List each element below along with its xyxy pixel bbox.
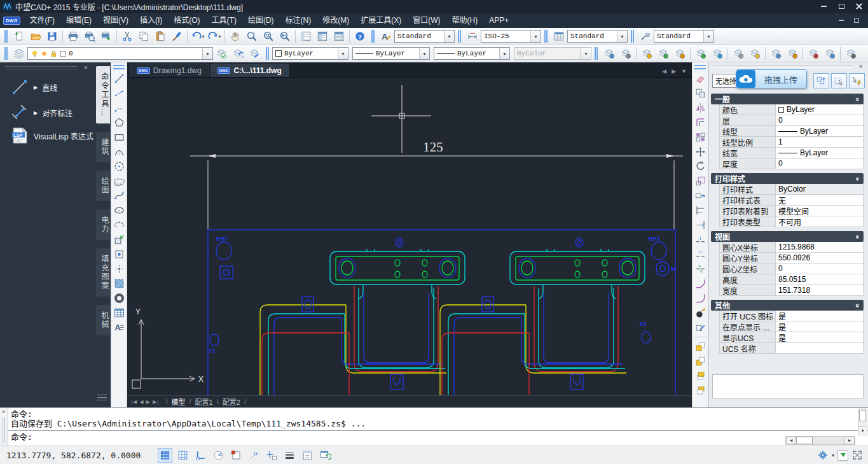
menu-item[interactable]: 格式(O) — [168, 13, 205, 28]
dropdown-arrow-icon[interactable]: ▾ — [202, 34, 204, 39]
property-value[interactable]: 550.0926 — [776, 253, 863, 263]
osnap-toggle[interactable] — [229, 448, 244, 463]
toolbar-grip[interactable] — [631, 30, 634, 43]
palette-tab-机械[interactable]: 机械 — [96, 305, 110, 335]
print-button[interactable] — [65, 29, 81, 44]
palette-grip[interactable] — [5, 66, 78, 69]
layer-tool-thaw-button[interactable] — [709, 46, 726, 61]
palette-tab-绘图[interactable]: 绘图 — [96, 171, 110, 201]
array-button[interactable] — [692, 130, 708, 144]
property-value[interactable]: 不可用 — [776, 216, 863, 227]
properties-close-icon[interactable]: × — [859, 62, 863, 70]
table-button[interactable] — [111, 306, 127, 320]
match-properties-button[interactable] — [169, 29, 185, 44]
layer-combo-arrow[interactable]: ▾ — [202, 48, 212, 59]
polar-toggle[interactable] — [211, 448, 226, 463]
collapse-chevron-icon[interactable]: » — [854, 97, 862, 101]
grid-toggle[interactable] — [176, 448, 190, 463]
minimize-button[interactable] — [815, 1, 832, 12]
lineweight-combo[interactable]: ByLayer▾ — [434, 47, 510, 60]
tab-scroll-right-icon[interactable]: ▶ — [672, 68, 676, 74]
property-value[interactable]: 1215.9868 — [776, 242, 863, 252]
help-button[interactable]: ? — [352, 29, 368, 44]
text-style-combo-arrow[interactable]: ▾ — [444, 31, 454, 42]
eprint-button[interactable] — [98, 29, 114, 44]
layer-states-button[interactable] — [213, 46, 230, 61]
layer-tool-vpthaw-button[interactable] — [784, 46, 801, 61]
draworder-back-button[interactable] — [692, 354, 708, 369]
table-style-button[interactable] — [551, 29, 567, 44]
arc-button[interactable] — [111, 144, 127, 159]
donut-button[interactable] — [111, 291, 127, 306]
property-value[interactable]: 85.0515 — [776, 274, 863, 285]
layer-tool-edit-button[interactable] — [617, 46, 634, 61]
otrack-toggle[interactable] — [247, 448, 261, 463]
property-value[interactable]: ByLayer — [776, 126, 863, 136]
property-value[interactable]: 0 — [776, 158, 863, 169]
layer-manager-button[interactable] — [11, 46, 27, 61]
toolbar-grip[interactable] — [113, 65, 125, 69]
plotstyle-combo-arrow[interactable]: ▾ — [581, 48, 591, 59]
quick-select-button[interactable] — [813, 73, 829, 88]
construction-line-button[interactable] — [111, 86, 127, 101]
scroll-left-icon[interactable]: ◀ — [786, 437, 796, 444]
ellipse-button[interactable] — [111, 203, 127, 218]
mleader-style-button[interactable] — [637, 29, 654, 44]
palette-item-3[interactable]: LSPNETVisualLisp 表达式 — [10, 126, 93, 145]
line-button[interactable] — [111, 71, 127, 86]
toolbar-grip[interactable] — [458, 30, 461, 43]
draworder-above-button[interactable] — [692, 369, 708, 383]
dim-style-combo[interactable]: ISO-25▾ — [481, 30, 541, 43]
table-style-combo-arrow[interactable]: ▾ — [617, 31, 627, 42]
command-vscrollbar[interactable]: ▼ — [858, 409, 867, 435]
fullscreen-icon[interactable] — [851, 449, 863, 461]
scale-button[interactable] — [692, 174, 708, 188]
copy-button[interactable] — [135, 29, 152, 44]
color-combo[interactable]: ByLayer▾ — [272, 47, 348, 60]
dropdown-arrow-icon[interactable]: ▾ — [218, 34, 221, 39]
redo-button[interactable]: ▾ — [206, 29, 223, 44]
document-tab[interactable]: DWGC:\...\111.dwg — [210, 64, 289, 77]
table-style-combo[interactable]: Standard▾ — [567, 30, 628, 43]
drawing-canvas[interactable]: BHT T2 BHT M F2 — [127, 78, 692, 395]
layer-previous-button[interactable] — [230, 46, 246, 61]
save-file-button[interactable] — [44, 29, 60, 44]
layer-tool-off-button[interactable] — [730, 46, 747, 61]
menu-item[interactable]: 扩展工具(X) — [355, 13, 407, 28]
toolbar-grip[interactable] — [266, 47, 269, 60]
rectangle-button[interactable] — [111, 130, 127, 144]
layer-tool-isolate-button[interactable] — [638, 46, 655, 61]
toolbar-grip[interactable] — [4, 30, 8, 43]
zoom-previous-button[interactable] — [277, 29, 293, 44]
text-style-button[interactable]: A — [378, 29, 394, 44]
section-header[interactable]: 一般» — [711, 94, 864, 104]
pan-button[interactable] — [227, 29, 244, 44]
break-at-point-button[interactable] — [692, 232, 708, 247]
document-tab[interactable]: DWGDrawing1.dwg — [130, 64, 209, 77]
menu-item[interactable]: 绘图(D) — [242, 13, 280, 28]
insert-block-button[interactable] — [111, 232, 127, 247]
select-objects-button[interactable] — [831, 73, 847, 88]
annotation-scale-button[interactable] — [837, 450, 848, 461]
stretch-button[interactable] — [692, 188, 708, 203]
palette-close-icon[interactable]: × — [84, 64, 88, 71]
property-value[interactable]: 是 — [776, 321, 863, 332]
menu-item[interactable]: 插入(I) — [134, 13, 168, 28]
collapse-chevron-icon[interactable]: » — [854, 303, 862, 307]
layer-tool-current-button[interactable] — [601, 46, 617, 61]
collapse-chevron-icon[interactable]: » — [854, 234, 862, 238]
join-button[interactable] — [692, 262, 708, 276]
command-close-icon[interactable]: × — [2, 409, 5, 415]
chamfer-button[interactable] — [692, 276, 708, 291]
menu-item[interactable]: 窗口(W) — [407, 13, 446, 28]
layout-tab-模型[interactable]: 模型 — [170, 397, 187, 407]
scroll-down-icon[interactable]: ▼ — [858, 426, 867, 435]
property-value[interactable]: 是 — [776, 311, 863, 321]
palette-item-2[interactable]: ▶对齐标注 — [10, 103, 72, 122]
paste-button[interactable] — [152, 29, 169, 44]
zoom-window-button[interactable] — [260, 29, 277, 44]
command-grip[interactable]: × — [0, 408, 8, 446]
section-header[interactable]: 其他» — [711, 300, 864, 311]
menu-item[interactable]: 帮助(H) — [446, 13, 484, 28]
maximize-button[interactable] — [832, 1, 850, 12]
